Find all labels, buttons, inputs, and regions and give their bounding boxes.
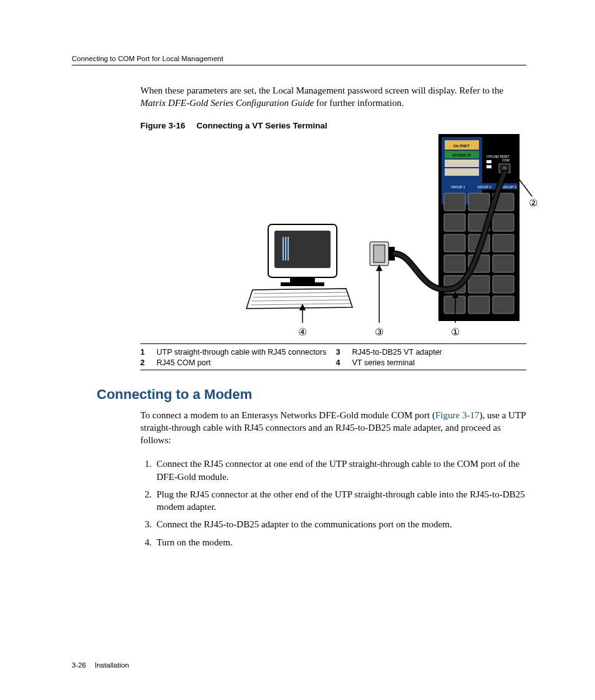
legend-num-3: 3 xyxy=(336,348,347,357)
intro-pre: When these parameters are set, the Local… xyxy=(140,85,503,95)
callout-2: ② xyxy=(529,198,538,208)
step-4: Turn on the modem. xyxy=(154,536,526,549)
svg-rect-21 xyxy=(493,234,514,252)
svg-rect-7 xyxy=(486,165,491,168)
page: Connecting to COM Port for Local Managem… xyxy=(0,0,595,700)
figure-svg: Gb ENET 4G4202-72 OFFLINE/ RESET COM GRO… xyxy=(140,134,539,340)
svg-rect-13 xyxy=(444,193,465,211)
step-3: Connect the RJ45-to-DB25 adapter to the … xyxy=(154,518,526,530)
module-label-model: 4G4202-72 xyxy=(452,153,472,157)
legend-text-4: VT series terminal xyxy=(352,358,527,367)
svg-rect-6 xyxy=(486,160,491,163)
module-label-g3: GROUP 3 xyxy=(502,185,516,189)
section-intro: To connect a modem to an Enterasys Netwo… xyxy=(140,409,526,447)
intro-post: for further information. xyxy=(314,98,404,108)
svg-rect-30 xyxy=(493,296,514,314)
svg-rect-43 xyxy=(374,245,385,262)
svg-rect-34 xyxy=(285,237,286,261)
steps-list: Connect the RJ45 connector at one end of… xyxy=(140,458,526,549)
adapter-icon xyxy=(370,242,395,266)
figure-legend: 1 UTP straight-through cable with RJ45 c… xyxy=(140,343,526,370)
svg-rect-5 xyxy=(445,168,479,176)
page-number: 3-26 xyxy=(72,661,86,669)
svg-rect-24 xyxy=(493,255,514,272)
step-1: Connect the RJ45 connector at one end of… xyxy=(154,458,526,483)
legend-text-3: RJ45-to-DB25 VT adapter xyxy=(352,348,527,357)
header-text: Connecting to COM Port for Local Managem… xyxy=(72,55,223,62)
figure-caption: Figure 3-16Connecting a VT Series Termin… xyxy=(140,121,526,130)
svg-rect-16 xyxy=(444,214,465,231)
svg-marker-48 xyxy=(377,266,382,271)
section-heading: Connecting to a Modem xyxy=(97,386,526,403)
section-pre-link: To connect a modem to an Enterasys Netwo… xyxy=(140,410,435,420)
svg-rect-35 xyxy=(288,237,289,261)
legend-text-1: UTP straight-through cable with RJ45 con… xyxy=(157,348,331,357)
figure-xref[interactable]: Figure 3-17 xyxy=(435,410,479,420)
svg-rect-22 xyxy=(444,255,465,272)
page-footer: 3-26Installation xyxy=(72,661,129,669)
legend-num-2: 2 xyxy=(140,358,152,367)
legend-num-4: 4 xyxy=(336,358,347,367)
svg-rect-26 xyxy=(468,276,490,293)
svg-rect-4 xyxy=(445,160,479,167)
step-2: Plug the RJ45 connector at the other end… xyxy=(154,488,526,514)
svg-rect-29 xyxy=(468,296,490,314)
svg-rect-28 xyxy=(444,296,465,314)
figure: Gb ENET 4G4202-72 OFFLINE/ RESET COM GRO… xyxy=(140,134,526,340)
svg-rect-14 xyxy=(468,193,490,211)
callout-3: ③ xyxy=(375,327,384,337)
intro-paragraph: When these parameters are set, the Local… xyxy=(140,84,526,110)
svg-rect-19 xyxy=(444,234,465,252)
svg-rect-27 xyxy=(493,276,514,293)
callout-4: ④ xyxy=(298,327,307,337)
running-header: Connecting to COM Port for Local Managem… xyxy=(72,55,526,65)
figure-title: Connecting a VT Series Terminal xyxy=(196,121,327,130)
intro-italic: Matrix DFE-Gold Series Configuration Gui… xyxy=(140,98,314,108)
module-label-gbenet: Gb ENET xyxy=(453,144,470,148)
svg-rect-18 xyxy=(493,214,514,231)
module-label-g1: GROUP 1 xyxy=(451,185,465,189)
module-label-g2: GROUP 2 xyxy=(477,185,491,189)
legend-text-2: RJ45 COM port xyxy=(157,358,331,367)
chapter-name: Installation xyxy=(95,661,129,669)
module-label-com: COM xyxy=(502,158,510,162)
callout-1: ① xyxy=(451,327,460,337)
svg-rect-33 xyxy=(283,237,284,261)
terminal-icon xyxy=(246,224,352,309)
figure-number: Figure 3-16 xyxy=(140,121,185,130)
svg-rect-37 xyxy=(281,282,324,286)
legend-num-1: 1 xyxy=(140,348,152,357)
